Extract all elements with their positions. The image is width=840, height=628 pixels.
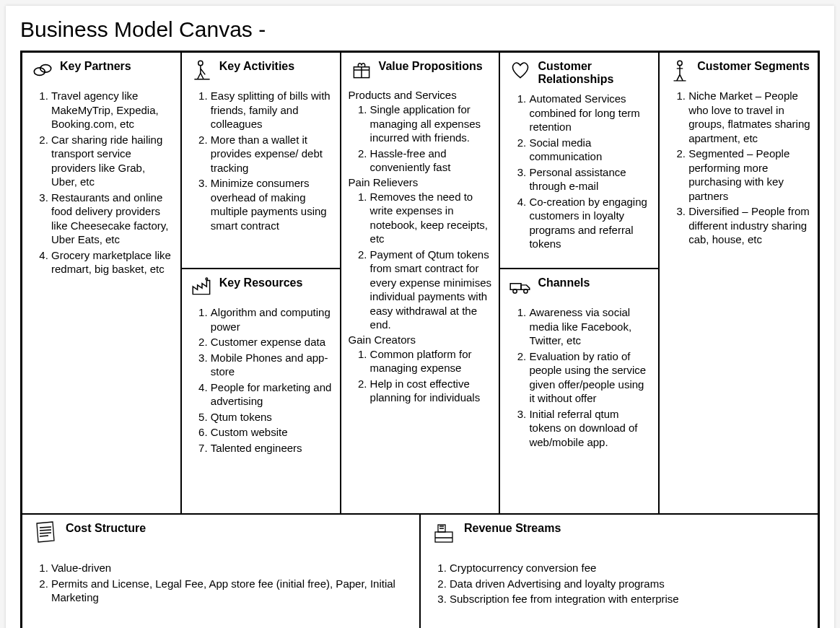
- cost-structure-list: Value-drivenPermits and License, Legal F…: [30, 561, 412, 605]
- list-item: Data driven Advertising and loyalty prog…: [450, 577, 810, 591]
- vp-products-heading: Products and Services: [349, 89, 492, 101]
- list-item: Automated Services combined for long ter…: [529, 92, 651, 134]
- section-label: Revenue Streams: [464, 519, 561, 535]
- heart-icon: [507, 57, 533, 83]
- list-item: Qtum tokens: [211, 410, 333, 424]
- key-partners-list: Travel agency like MakeMyTrip, Expedia, …: [30, 89, 173, 276]
- svg-rect-9: [435, 532, 452, 542]
- section-key-partners: Key Partners Travel agency like MakeMyTr…: [22, 52, 181, 514]
- list-item: Customer expense data: [211, 335, 333, 349]
- channels-list: Awareness via social media like Facebook…: [507, 305, 651, 449]
- list-item: Evaluation by ratio of people using the …: [529, 349, 651, 406]
- list-item: Mobile Phones and app-store: [211, 351, 333, 379]
- section-label: Value Propositions: [379, 57, 483, 73]
- section-key-resources: Key Resources Algorithm and computing po…: [181, 269, 341, 514]
- list-item: Travel agency like MakeMyTrip, Expedia, …: [51, 89, 173, 131]
- list-item: Value-driven: [51, 561, 412, 575]
- gift-icon: [349, 57, 375, 83]
- customer-segments-list: Niche Market – People who love to travel…: [667, 89, 810, 247]
- list-item: Payment of Qtum tokens from smart contra…: [370, 248, 492, 332]
- page-title: Business Model Canvas -: [20, 17, 820, 42]
- section-label: Customer Segments: [697, 57, 810, 73]
- section-key-activities: Key Activities Easy splitting of bills w…: [181, 52, 341, 269]
- factory-icon: [189, 274, 215, 300]
- list-item: Grocery marketplace like redmart, big ba…: [51, 248, 173, 276]
- link-icon: [30, 57, 56, 83]
- vp-gain-heading: Gain Creators: [349, 333, 492, 346]
- list-item: Single application for managing all expe…: [370, 103, 492, 145]
- document-icon: [30, 519, 61, 548]
- list-item: Hassle-free and conveniently fast: [370, 147, 492, 175]
- list-item: Help in cost effective planning for indi…: [370, 377, 492, 405]
- list-item: Social media communication: [529, 136, 651, 164]
- section-label: Customer Relationships: [538, 57, 651, 86]
- svg-point-2: [198, 61, 202, 65]
- section-label: Cost Structure: [66, 519, 146, 535]
- list-item: Cryptocurrency conversion fee: [450, 561, 810, 575]
- customer-relationships-list: Automated Services combined for long ter…: [507, 92, 651, 251]
- list-item: Subscription fee from integration with e…: [450, 592, 810, 606]
- list-item: Awareness via social media like Facebook…: [529, 305, 651, 348]
- vp-pain-heading: Pain Relievers: [349, 176, 492, 188]
- section-value-propositions: Value Propositions Products and Services…: [341, 52, 500, 514]
- list-item: Personal assistance through e-mail: [529, 165, 651, 193]
- list-item: Niche Market – People who love to travel…: [688, 89, 810, 145]
- section-revenue-streams: Revenue Streams Cryptocurrency conversio…: [420, 514, 818, 628]
- list-item: Custom website: [211, 425, 333, 440]
- list-item: Restaurants and online food delivery pro…: [51, 191, 173, 247]
- cash-register-icon: [428, 519, 460, 548]
- list-item: Removes the need to write expenses in no…: [370, 190, 492, 246]
- list-item: People for marketing and advertising: [211, 380, 333, 409]
- key-activities-list: Easy splitting of bills with friends, fa…: [189, 89, 333, 232]
- list-item: Co-creation by engaging customers in loy…: [529, 195, 651, 251]
- svg-rect-5: [511, 284, 522, 290]
- list-item: Car sharing ride hailing transport servi…: [51, 133, 173, 189]
- list-item: Common platform for managing expense: [370, 347, 492, 375]
- list-item: Diversified – People from different indu…: [688, 204, 810, 247]
- vp-pain-list: Removes the need to write expenses in no…: [349, 190, 492, 332]
- section-customer-segments: Customer Segments Niche Market – People …: [659, 52, 818, 514]
- vp-gain-list: Common platform for managing expenseHelp…: [349, 347, 492, 405]
- section-label: Key Activities: [219, 57, 294, 73]
- person-icon: [667, 57, 693, 83]
- revenue-streams-list: Cryptocurrency conversion feeData driven…: [428, 561, 810, 606]
- list-item: More than a wallet it provides expense/ …: [211, 133, 333, 175]
- list-item: Minimize consumers overhead of making mu…: [211, 176, 333, 232]
- list-item: Easy splitting of bills with friends, fa…: [211, 89, 333, 131]
- svg-point-8: [678, 61, 682, 65]
- list-item: Permits and License, Legal Fee, App stor…: [51, 577, 412, 605]
- section-customer-relationships: Customer Relationships Automated Service…: [499, 52, 659, 269]
- svg-point-3: [206, 278, 208, 280]
- vp-products-list: Single application for managing all expe…: [349, 103, 492, 175]
- key-resources-list: Algorithm and computing powerCustomer ex…: [189, 305, 333, 455]
- section-label: Key Resources: [219, 274, 303, 289]
- truck-icon: [507, 274, 533, 300]
- section-cost-structure: Cost Structure Value-drivenPermits and L…: [22, 514, 420, 628]
- section-label: Key Partners: [60, 57, 131, 73]
- business-model-canvas: Key Partners Travel agency like MakeMyTr…: [20, 51, 820, 628]
- worker-icon: [189, 57, 215, 83]
- list-item: Initial referral qtum tokens on download…: [529, 407, 651, 450]
- canvas-sheet: Business Model Canvas - Key Partners Tra…: [6, 6, 834, 628]
- list-item: Algorithm and computing power: [211, 305, 333, 333]
- section-channels: Channels Awareness via social media like…: [499, 269, 659, 514]
- section-label: Channels: [538, 274, 590, 289]
- list-item: Talented engineers: [211, 441, 333, 455]
- list-item: Segmented – People performing more purch…: [688, 147, 810, 203]
